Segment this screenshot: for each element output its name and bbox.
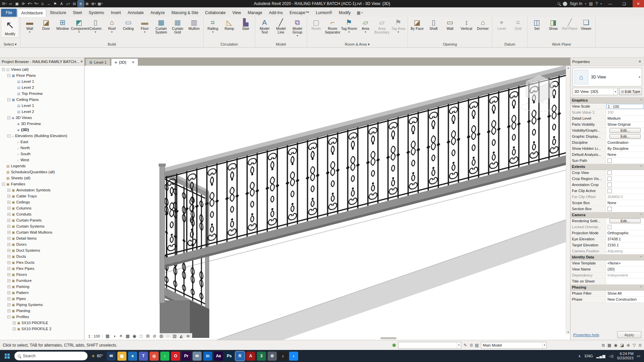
ribbon-button[interactable]: ⧉ Model Group ▾ [289, 17, 306, 37]
vertical-scrollbar[interactable]: ▲▼ [566, 66, 570, 335]
tree-expander-icon[interactable]: + [7, 291, 10, 294]
collapse-section-icon[interactable]: ⌃ [638, 254, 644, 260]
qat-button[interactable]: ⊠ [84, 1, 90, 7]
tree-expander-icon[interactable]: + [7, 285, 10, 288]
ribbon-tab[interactable]: Analyze [147, 9, 168, 17]
property-row[interactable]: Projection Mode Orthographic ⌃ [571, 230, 644, 236]
qat-button[interactable]: A [59, 1, 65, 7]
ribbon-tab[interactable]: Massing & Site [168, 9, 202, 17]
browser-tree-item[interactable]: + ▣ 5X10 PROFILE [0, 320, 84, 326]
browser-tree-item[interactable]: − ◫ Views (all) [0, 66, 84, 72]
edit-type-button[interactable]: ⊞ Edit Type [619, 88, 642, 95]
viewport-3d[interactable]: ⌂ 1 : 100 ▦ ◑ ☀ ▩ ◉ □ ⊞ ⊘ ◍ [85, 66, 570, 340]
ribbon-button[interactable]: ▯ Column ▾ [87, 17, 104, 34]
property-row[interactable]: Section Box ⌃ [571, 206, 644, 212]
property-row[interactable]: Target Elevation 2150.1 ⌃ [571, 242, 644, 248]
qat-button[interactable]: ▦ ▾ [97, 1, 103, 7]
qat-button[interactable]: ⊟ [71, 1, 77, 7]
taskbar-app-icon[interactable]: ⚙ [268, 352, 277, 361]
browser-tree-item[interactable]: ⌂ North [0, 145, 84, 151]
ribbon-panel-title[interactable]: Work Plane [528, 42, 595, 47]
user-avatar-icon[interactable] [563, 2, 567, 6]
tree-expander-icon[interactable]: + [7, 219, 10, 222]
property-row[interactable]: Far Clip Active ⌃ [571, 188, 644, 194]
qat-button[interactable]: ⚑ [52, 1, 58, 7]
browser-tree-item[interactable]: ▤ Level 2 [0, 84, 84, 90]
ribbon-tab[interactable]: Enscape™ [286, 9, 313, 17]
view-control-icon[interactable]: ≋ [185, 334, 191, 339]
browser-tree-item[interactable]: + ▣ Floors [0, 272, 84, 278]
view-control-icon[interactable]: ⊘ [152, 334, 157, 339]
ribbon-tab[interactable]: Steel [69, 9, 85, 17]
help-icon[interactable]: ? [595, 1, 598, 6]
browser-tree-item[interactable]: − ▦ Floor Plans [0, 72, 84, 78]
ribbon-button[interactable]: ▙ Stair [237, 17, 254, 31]
ribbon-button[interactable]: ◩ Component ▾ [71, 17, 87, 34]
collapse-section-icon[interactable]: ⌃ [638, 285, 644, 290]
tree-expander-icon[interactable]: − [7, 74, 10, 77]
tree-expander-icon[interactable]: − [2, 68, 5, 71]
selection-toggle-icon[interactable]: ▦ [607, 343, 611, 348]
editable-only-icon[interactable]: ✎ [464, 343, 467, 348]
clock[interactable]: 6:24 PM 5/23/2023 [617, 352, 634, 360]
tree-expander-icon[interactable]: − [2, 183, 5, 186]
browser-tree-item[interactable]: + ▣ Doors [0, 241, 84, 247]
ribbon-button[interactable]: ❏ Viewer [578, 17, 594, 31]
qat-button[interactable]: R ▾ [1, 1, 7, 7]
browser-tree-item[interactable]: ▤ Top Preview [0, 90, 84, 97]
taskbar-app-icon[interactable]: ▣ [117, 352, 126, 361]
ribbon-button[interactable]: ▱ Area ▾ [357, 17, 374, 34]
tree-expander-icon[interactable]: − [7, 315, 10, 318]
chevron-down-icon[interactable]: ▾ [542, 342, 545, 348]
view-control-icon[interactable]: ◑ [112, 334, 117, 339]
browser-tree-item[interactable]: ⌂ South [0, 151, 84, 157]
browser-tree-item[interactable]: + ▣ Duct Systems [0, 247, 84, 253]
browser-tree-item[interactable]: + ▣ Curtain Panels [0, 217, 84, 223]
ribbon-button[interactable]: ╱ Ref Plane [561, 17, 578, 31]
design-options-icon[interactable]: ▤ [475, 343, 479, 348]
qat-button[interactable]: ⊞ ▾ [91, 1, 97, 7]
view-scale-button[interactable]: 1 : 100 [88, 334, 103, 338]
tree-expander-icon[interactable]: + [7, 201, 10, 204]
tree-expander-icon[interactable]: + [7, 303, 10, 306]
modify-button[interactable]: ↖ Modify [1, 17, 19, 38]
tree-expander-icon[interactable]: + [7, 309, 10, 312]
browser-tree-item[interactable]: ▥ Schedules/Quantities (all) [0, 169, 84, 175]
tree-expander-icon[interactable]: + [7, 297, 10, 300]
property-row[interactable]: Far Clip Offset 304800.0 ⌃ [571, 194, 644, 200]
minimize-button[interactable]: — [604, 0, 616, 7]
taskbar-app-icon[interactable]: ◎ [150, 352, 159, 361]
volume-icon[interactable]: ◁) [609, 354, 614, 358]
ribbon-button[interactable]: ▥ Mullion [186, 17, 202, 31]
browser-tree-item[interactable]: + ▣ Conduits [0, 211, 84, 217]
tree-expander-icon[interactable]: − [7, 98, 10, 101]
active-workset-combo[interactable]: ▾ [398, 342, 461, 349]
tree-expander-icon[interactable]: + [7, 195, 10, 198]
sign-in-button[interactable]: Sign In [570, 1, 582, 6]
chevron-down-icon[interactable]: ▾ [457, 342, 460, 348]
property-row[interactable]: Sun Path ⌃ [571, 158, 644, 164]
browser-tree-item[interactable]: ◈ 3D Preview [0, 121, 84, 127]
property-row[interactable]: Graphic Display... Edit... ⌃ [571, 134, 644, 140]
ribbon-tab[interactable]: Systems [85, 9, 107, 17]
browser-tree-item[interactable]: + ▣ Furniture [0, 278, 84, 284]
weather-widget[interactable]: ☀ 60° [91, 354, 103, 359]
ribbon-button[interactable]: ▬ Wall ▾ [21, 17, 38, 34]
property-row[interactable]: Title on Sheet ⌃ [571, 279, 644, 285]
qat-button[interactable]: ↶ ▾ [27, 1, 33, 7]
chevron-down-icon[interactable]: ▾ [639, 75, 640, 79]
close-button[interactable]: ✕ [633, 0, 644, 7]
view-control-icon[interactable]: ◉ [132, 334, 137, 339]
property-row[interactable]: Camera Position Adjusting ⌃ [571, 248, 644, 254]
browser-tree-item[interactable]: + ▣ Flex Ducts [0, 259, 84, 265]
view-combo[interactable]: 3D View: {3D} ▾ [573, 88, 618, 95]
ribbon-panel-title[interactable]: Select ▾ [0, 42, 20, 47]
taskbar-app-icon[interactable]: in [203, 352, 212, 361]
language-indicator[interactable]: ENG [585, 354, 593, 358]
browser-tree-item[interactable]: ◈ {3D} [0, 127, 84, 133]
browser-tree-item[interactable]: + ▣ Detail Items [0, 235, 84, 241]
ribbon-tab[interactable]: Structure [46, 9, 69, 17]
qat-button[interactable]: ⟳ [20, 1, 26, 7]
view-tab[interactable]: ▦ Level 1 [86, 58, 110, 66]
taskbar-app-icon[interactable]: ♪ [278, 352, 287, 361]
